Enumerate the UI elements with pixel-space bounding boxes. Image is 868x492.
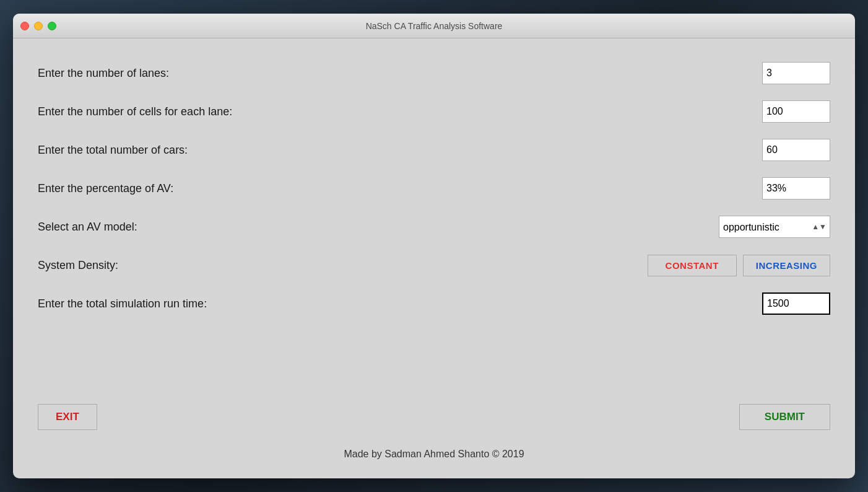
spacer <box>38 326 830 373</box>
constant-button[interactable]: CONSTANT <box>648 255 737 276</box>
cars-row: Enter the total number of cars: <box>38 134 830 166</box>
density-buttons: CONSTANT INCREASING <box>648 255 830 276</box>
cells-label: Enter the number of cells for each lane: <box>38 105 762 118</box>
maximize-button[interactable] <box>48 22 56 30</box>
cars-input[interactable] <box>762 139 830 161</box>
bottom-buttons: EXIT SUBMIT <box>38 404 830 430</box>
cars-label: Enter the total number of cars: <box>38 144 762 157</box>
app-window: NaSch CA Traffic Analysis Software Enter… <box>13 14 855 478</box>
av-model-select-wrapper: opportunistic conservative aggressive ▲▼ <box>719 216 830 238</box>
av-percent-input[interactable] <box>762 177 830 200</box>
exit-button[interactable]: EXIT <box>38 404 97 430</box>
av-model-label: Select an AV model: <box>38 221 719 234</box>
cells-input[interactable] <box>762 100 830 123</box>
minimize-button[interactable] <box>34 22 43 30</box>
density-row: System Density: CONSTANT INCREASING <box>38 249 830 281</box>
title-bar: NaSch CA Traffic Analysis Software <box>13 14 855 38</box>
footer-text: Made by Sadman Ahmed Shanto © 2019 <box>344 449 524 459</box>
footer: Made by Sadman Ahmed Shanto © 2019 <box>38 449 830 460</box>
window-title: NaSch CA Traffic Analysis Software <box>366 21 503 31</box>
increasing-button[interactable]: INCREASING <box>743 255 830 276</box>
lanes-row: Enter the number of lanes: <box>38 57 830 89</box>
lanes-label: Enter the number of lanes: <box>38 67 762 80</box>
cells-row: Enter the number of cells for each lane: <box>38 95 830 128</box>
simulation-input[interactable] <box>762 292 830 315</box>
av-model-row: Select an AV model: opportunistic conser… <box>38 211 830 243</box>
submit-button[interactable]: SUBMIT <box>739 404 830 430</box>
simulation-row: Enter the total simulation run time: <box>38 288 830 320</box>
density-label: System Density: <box>38 259 648 272</box>
traffic-lights <box>20 22 56 30</box>
av-model-select[interactable]: opportunistic conservative aggressive <box>719 216 830 238</box>
close-button[interactable] <box>20 22 29 30</box>
av-percent-row: Enter the percentage of AV: <box>38 172 830 204</box>
av-percent-label: Enter the percentage of AV: <box>38 182 762 195</box>
main-content: Enter the number of lanes: Enter the num… <box>13 38 855 478</box>
lanes-input[interactable] <box>762 62 830 84</box>
simulation-label: Enter the total simulation run time: <box>38 297 762 310</box>
